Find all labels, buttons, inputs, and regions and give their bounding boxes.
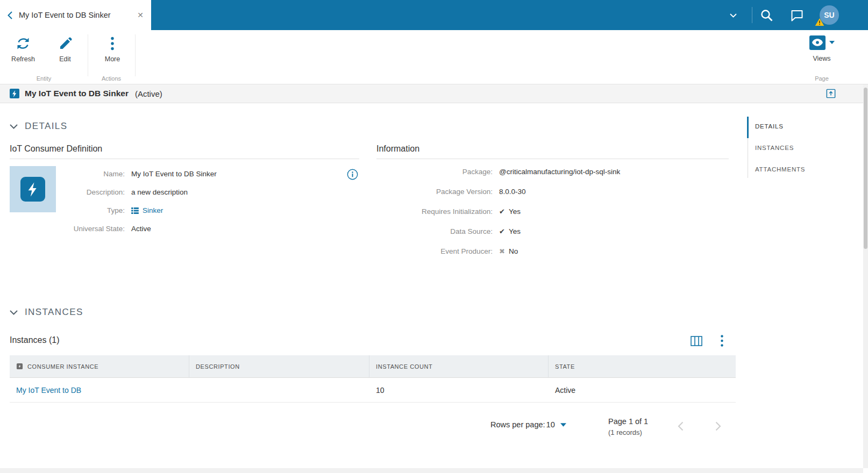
column-header-label: STATE <box>555 363 575 370</box>
vertical-scrollbar <box>863 84 868 468</box>
previous-page-icon[interactable] <box>678 421 684 431</box>
toolbar-separator <box>88 34 88 76</box>
field-label: Event Producer: <box>376 246 499 257</box>
cross-icon: ✖ <box>499 246 505 257</box>
details-section-header[interactable]: DETAILS <box>10 121 67 132</box>
search-icon[interactable] <box>760 9 773 22</box>
column-chooser-icon[interactable] <box>691 336 702 346</box>
instances-section-title: INSTANCES <box>25 307 83 318</box>
field-package: Package: @criticalmanufacturing/iot-dp-s… <box>376 166 729 177</box>
field-value: a new description <box>131 187 188 198</box>
toolbar-separator <box>135 34 136 76</box>
tab-title: My IoT Event to DB Sinker <box>19 11 131 19</box>
refresh-icon <box>3 34 43 53</box>
check-icon: ✔ <box>499 206 505 217</box>
column-header-label: DESCRIPTION <box>196 363 240 370</box>
close-icon[interactable]: ✕ <box>137 11 144 19</box>
cell-instance-count: 10 <box>369 386 549 395</box>
details-section-title: DETAILS <box>25 121 67 132</box>
field-package-version: Package Version: 8.0.0-30 <box>376 186 729 197</box>
open-panel-icon[interactable] <box>826 89 836 98</box>
views-label: Views <box>802 55 841 62</box>
table-menu-icon[interactable] <box>721 335 723 347</box>
section-nav: DETAILS INSTANCES ATTACHMENTS <box>748 116 842 180</box>
field-type: Type: Sinker <box>56 205 359 216</box>
top-bar: My IoT Event to DB Sinker ✕ SU <box>0 0 868 30</box>
cell-state: Active <box>549 386 736 395</box>
field-value: 8.0.0-30 <box>499 186 526 197</box>
warning-icon <box>815 18 824 26</box>
info-icon[interactable] <box>347 169 358 180</box>
field-name: Name: My IoT Event to DB Sinker <box>56 168 359 180</box>
chevron-down-icon[interactable] <box>10 124 18 129</box>
field-value: No <box>509 246 518 257</box>
chevron-down-icon[interactable] <box>10 310 18 315</box>
sidebar-item-attachments[interactable]: ATTACHMENTS <box>748 159 842 180</box>
edit-icon <box>45 34 85 53</box>
field-value: @criticalmanufacturing/iot-dp-sql-sink <box>499 166 620 177</box>
column-header-label: CONSUMER INSTANCE <box>27 363 98 370</box>
rows-per-page-label: Rows per page: <box>490 420 545 429</box>
entity-state: (Active) <box>135 89 162 98</box>
field-value: Yes <box>509 206 521 217</box>
field-universal-state: Universal State: Active <box>56 223 359 234</box>
more-label: More <box>93 55 132 63</box>
field-label: Name: <box>56 168 131 180</box>
group-label-page: Page <box>801 75 842 82</box>
group-label-actions: Actions <box>88 75 135 82</box>
column-header-description[interactable]: DESCRIPTION <box>189 355 369 377</box>
messages-icon[interactable] <box>791 10 803 22</box>
edit-button[interactable]: Edit <box>45 34 85 63</box>
field-value: My IoT Event to DB Sinker <box>131 168 217 180</box>
consumer-instance-link[interactable]: My IoT Event to DB <box>16 386 81 395</box>
iot-consumer-definition-panel: IoT Consumer Definition Name: My IoT Eve… <box>10 144 359 241</box>
more-icon <box>93 34 132 53</box>
page-info: Page 1 of 1 (1 records) <box>608 417 648 436</box>
field-description: Description: a new description <box>56 187 359 198</box>
field-label: Requires Initialization: <box>376 206 499 217</box>
column-header-instance-count[interactable]: INSTANCE COUNT <box>369 355 549 377</box>
type-link[interactable]: Sinker <box>131 205 163 216</box>
more-button[interactable]: More <box>93 34 132 63</box>
field-label: Package Version: <box>376 186 499 197</box>
rows-per-page-value: 10 <box>546 420 555 429</box>
records-label: (1 records) <box>608 428 648 436</box>
instances-table-title: Instances (1) <box>10 335 59 345</box>
field-requires-initialization: Requires Initialization: ✔ Yes <box>376 206 729 217</box>
field-event-producer: Event Producer: ✖ No <box>376 246 729 257</box>
instances-section-header[interactable]: INSTANCES <box>10 307 83 318</box>
rows-per-page-caret-icon[interactable] <box>560 423 566 427</box>
table-row[interactable]: My IoT Event to DB 10 Active <box>10 378 736 403</box>
check-icon: ✔ <box>499 226 505 237</box>
entity-tab[interactable]: My IoT Event to DB Sinker ✕ <box>0 0 151 30</box>
eye-icon <box>809 35 826 50</box>
rows-per-page-control[interactable]: Rows per page: 10 <box>490 420 566 429</box>
column-header-consumer-instance[interactable]: CONSUMER INSTANCE <box>10 355 189 377</box>
entity-image-tile <box>10 166 56 212</box>
entity-header: My IoT Event to DB Sinker (Active) <box>0 84 868 103</box>
instances-table: CONSUMER INSTANCE DESCRIPTION INSTANCE C… <box>10 355 736 403</box>
sinker-entity-icon <box>10 89 19 98</box>
definition-title: IoT Consumer Definition <box>10 144 359 159</box>
refresh-label: Refresh <box>3 55 43 63</box>
vertical-scrollbar-thumb[interactable] <box>864 88 867 249</box>
field-label: Universal State: <box>56 223 131 234</box>
page-label: Page 1 of 1 <box>608 417 648 426</box>
chevron-down-icon[interactable] <box>730 13 737 18</box>
column-header-state[interactable]: STATE <box>549 355 736 377</box>
field-value: Yes <box>509 226 521 237</box>
field-label: Description: <box>56 187 131 198</box>
group-label-entity: Entity <box>0 75 88 82</box>
bolt-icon <box>20 177 45 202</box>
refresh-button[interactable]: Refresh <box>3 34 43 63</box>
sidebar-item-details[interactable]: DETAILS <box>748 116 842 137</box>
back-icon[interactable] <box>8 11 12 19</box>
sidebar-item-instances[interactable]: INSTANCES <box>748 137 842 159</box>
information-title: Information <box>376 144 729 159</box>
views-button[interactable]: Views <box>802 34 841 62</box>
next-page-icon[interactable] <box>715 421 721 431</box>
edit-label: Edit <box>45 55 85 63</box>
topbar-divider <box>752 7 752 23</box>
views-caret-icon[interactable] <box>829 41 835 44</box>
consumer-instance-icon <box>16 363 23 370</box>
